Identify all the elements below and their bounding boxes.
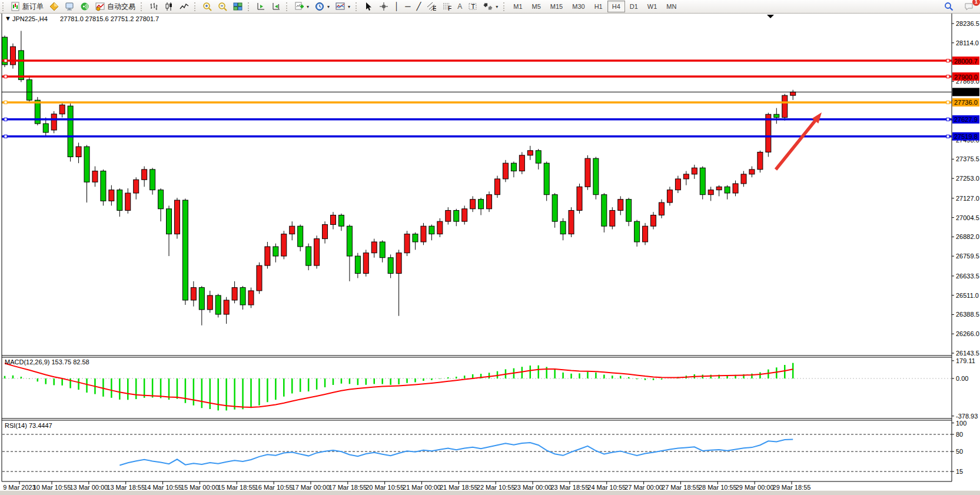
candle-bull — [257, 265, 262, 291]
text-label-tool-button[interactable]: T — [465, 1, 480, 12]
new-order-button[interactable]: 新订单 — [8, 1, 46, 12]
toolbar-grip[interactable] — [356, 2, 359, 11]
candle-bull — [396, 253, 401, 274]
candle-bull — [741, 174, 746, 184]
rsi-level-lines — [2, 434, 952, 471]
candle-bull — [733, 184, 738, 193]
toolbar-grip[interactable] — [194, 2, 198, 11]
toolbar-grip[interactable] — [248, 2, 251, 11]
auto-trading-label: 自动交易 — [107, 2, 135, 12]
resistance-line-28000[interactable] — [2, 59, 952, 62]
candle-bull — [495, 179, 500, 195]
candle-bull — [323, 225, 328, 239]
bar-chart-icon — [149, 2, 158, 11]
candle-bear — [101, 171, 106, 201]
support-line-27519[interactable] — [2, 135, 952, 138]
rsi-tick-label: 80 — [956, 431, 963, 438]
candle-bear — [43, 124, 48, 132]
notification-badge: 1 — [972, 0, 980, 6]
timeframe-label: H1 — [594, 3, 603, 10]
candle-bull — [659, 202, 665, 215]
svg-text:T: T — [471, 3, 476, 10]
candle-bear — [199, 288, 204, 310]
step-forward-button[interactable] — [253, 1, 268, 12]
candle-bear — [560, 221, 566, 234]
indicators-icon — [335, 2, 345, 11]
tile-windows-button[interactable] — [230, 1, 245, 12]
vertical-line-tool-button[interactable]: │ — [391, 1, 402, 12]
channel-icon: E — [427, 2, 436, 11]
timeframe-m30-button[interactable]: M30 — [567, 1, 589, 12]
candle-bear — [240, 288, 245, 305]
price-axis[interactable]: 28236.528114.027991.527869.027746.527624… — [952, 20, 979, 357]
candle-bull — [643, 226, 648, 242]
timeframe-mn-button[interactable]: MN — [662, 1, 681, 12]
candle-bull — [675, 179, 680, 190]
text-tool-button[interactable]: A — [454, 1, 465, 12]
equidistant-channel-tool-button[interactable]: E — [424, 1, 439, 12]
toolbar-grip[interactable] — [2, 2, 6, 11]
terminal-monitor-icon — [65, 2, 74, 11]
crosshair-tool-button[interactable] — [376, 1, 391, 12]
chart-window[interactable]: 28236.528114.027991.527869.027746.527624… — [0, 0, 980, 495]
candle-bull — [207, 295, 212, 310]
indicators-button[interactable]: ▾ — [333, 1, 353, 12]
support-line-27627[interactable] — [2, 118, 952, 121]
search-button[interactable] — [941, 1, 956, 12]
bar-chart-button[interactable] — [146, 1, 161, 12]
signals-button[interactable] — [77, 1, 92, 12]
timeframe-m1-button[interactable]: M1 — [509, 1, 527, 12]
svg-text:27900.0: 27900.0 — [954, 74, 978, 81]
price-tick-label: 26388.5 — [956, 311, 979, 318]
chart-title-marker-icon[interactable]: ▼ — [5, 15, 11, 22]
rsi-tick-label: 50 — [956, 448, 963, 455]
price-badge-27900.0: 27900.0 — [952, 72, 979, 81]
candle-bull — [716, 187, 722, 190]
candle-bull — [462, 209, 467, 221]
pivot-line-27736[interactable] — [2, 101, 952, 104]
candle-bear — [602, 195, 607, 227]
zoom-in-button[interactable] — [200, 1, 215, 12]
time-axis[interactable]: 9 Mar 202310 Mar 10:5513 Mar 00:0013 Mar… — [3, 481, 810, 491]
timeframe-m5-button[interactable]: M5 — [527, 1, 546, 12]
horizontal-line-tool-button[interactable]: ─ — [402, 1, 413, 12]
candlestick-chart-button[interactable] — [161, 1, 177, 12]
indicator-axes: 179.110.00-378.93100805015 — [952, 357, 978, 475]
timeframe-label: D1 — [630, 3, 638, 10]
resistance-line-27900[interactable] — [2, 75, 952, 78]
notifications-button[interactable]: 1 — [961, 1, 976, 12]
candle-bear — [626, 200, 632, 221]
zoom-out-button[interactable] — [215, 1, 230, 12]
candle-bear — [429, 226, 434, 234]
trend-arrow-annotation[interactable] — [776, 112, 822, 170]
timeframe-d1-button[interactable]: D1 — [625, 1, 643, 12]
line-chart-icon — [180, 2, 189, 11]
toolbar-grip[interactable] — [141, 2, 144, 11]
new-chart-button[interactable]: ▾ — [291, 1, 312, 12]
price-badge-27736.0: 27736.0 — [952, 98, 979, 107]
period-clock-button[interactable]: ▾ — [312, 1, 333, 12]
timeframe-h1-button[interactable]: H1 — [590, 1, 607, 12]
market-watch-button[interactable] — [62, 1, 77, 12]
line-handle — [946, 75, 949, 78]
trendline-tool-button[interactable]: ╱ — [413, 1, 424, 12]
step-to-end-button[interactable] — [268, 1, 284, 12]
line-chart-button[interactable] — [177, 1, 192, 12]
timeframe-w1-button[interactable]: W1 — [643, 1, 662, 12]
auto-trading-icon — [95, 2, 105, 11]
timeframe-h4-button[interactable]: H4 — [607, 1, 625, 12]
toolbar-grip[interactable] — [286, 2, 290, 11]
price-tick-label: 26266.0 — [956, 330, 979, 337]
cursor-tool-button[interactable] — [361, 1, 376, 12]
fibonacci-tool-button[interactable]: F — [439, 1, 454, 12]
candle-bear — [167, 209, 172, 234]
chart-shift-marker[interactable] — [767, 15, 774, 18]
chart-step-end-icon — [271, 2, 281, 11]
arrows-tool-button[interactable]: ▾ — [480, 1, 501, 12]
metaeditor-button[interactable] — [46, 1, 62, 12]
toolbar-grip[interactable] — [503, 2, 507, 11]
candle-bear — [544, 163, 549, 195]
timeframe-m15-button[interactable]: M15 — [546, 1, 567, 12]
auto-trading-button[interactable]: 自动交易 — [92, 1, 138, 12]
price-badge-27801.7: 27801.7 — [952, 88, 979, 96]
